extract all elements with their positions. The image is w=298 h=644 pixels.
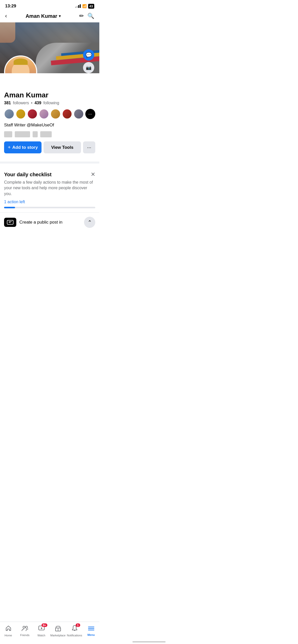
status-time: 13:29 <box>5 4 16 9</box>
action-buttons-row: + Add to story View Tools ··· <box>4 141 95 153</box>
friend-avatar-6[interactable] <box>62 109 72 119</box>
checklist-title: Your daily checklist <box>4 172 51 178</box>
friend-avatar-3[interactable] <box>27 109 37 119</box>
checklist-header: Your daily checklist ✕ <box>4 172 95 178</box>
checklist-close-button[interactable]: ✕ <box>91 172 95 177</box>
profile-name: Aman Kumar <box>4 91 95 99</box>
header-title-area[interactable]: Aman Kumar ▾ <box>25 13 60 19</box>
checklist-progress-fill <box>4 207 15 208</box>
profile-picture-wrapper: 📷 <box>4 55 37 73</box>
social-link-4 <box>40 131 52 137</box>
profile-stats: 381 followers • 439 following <box>4 101 95 105</box>
more-friends-button[interactable]: ··· <box>85 109 95 119</box>
social-links-row <box>4 131 95 137</box>
create-post-text: Create a public post in <box>19 220 81 225</box>
create-post-section: Create a public post in ⌃ <box>0 212 99 232</box>
svg-rect-2 <box>9 222 11 223</box>
followers-label[interactable]: followers <box>13 101 29 105</box>
signal-icon <box>75 4 81 8</box>
status-icons: 📶 43 <box>75 4 94 9</box>
status-bar: 13:29 📶 43 <box>0 0 99 11</box>
friend-avatar-2[interactable] <box>16 109 26 119</box>
create-post-icon <box>4 218 16 227</box>
add-story-plus-icon: + <box>8 144 11 150</box>
svg-rect-1 <box>9 221 12 222</box>
following-count: 439 <box>34 101 41 105</box>
social-link-1 <box>4 131 12 137</box>
friend-avatar-4[interactable] <box>39 109 49 119</box>
daily-checklist-section: Your daily checklist ✕ Complete a few da… <box>0 168 99 208</box>
header-actions: ✏ 🔍 <box>79 13 94 19</box>
social-link-3 <box>33 131 38 137</box>
profile-info-section: Aman Kumar 381 followers • 439 following… <box>0 73 99 157</box>
friend-avatar-5[interactable] <box>50 109 61 119</box>
checklist-description: Complete a few daily actions to make the… <box>4 180 95 197</box>
stat-separator: • <box>31 101 33 105</box>
edit-icon[interactable]: ✏ <box>79 13 84 19</box>
checklist-action-count[interactable]: 1 action left <box>4 200 95 204</box>
create-post-action-button[interactable]: ⌃ <box>84 217 95 228</box>
wifi-icon: 📶 <box>82 4 87 8</box>
cover-photo: 📷 💬 📷 <box>0 22 99 73</box>
checklist-progress-bar <box>4 207 95 208</box>
social-link-2 <box>15 131 30 137</box>
section-divider <box>0 162 99 164</box>
friend-avatar-1[interactable] <box>4 109 14 119</box>
profile-header: ‹ Aman Kumar ▾ ✏ 🔍 <box>0 11 99 22</box>
cover-camera-button[interactable]: 📷 <box>83 62 94 73</box>
messenger-button[interactable]: 💬 <box>83 49 94 61</box>
dropdown-arrow-icon: ▾ <box>59 14 61 18</box>
cover-hand <box>0 22 15 43</box>
friend-avatars-row: ··· <box>4 109 95 119</box>
friend-avatar-7[interactable] <box>74 109 84 119</box>
followers-count: 381 <box>4 101 11 105</box>
add-to-story-label: Add to story <box>12 145 38 150</box>
following-label[interactable]: following <box>43 101 59 105</box>
profile-bio: Staff Writer @MakeUseOf <box>4 123 95 128</box>
back-button[interactable]: ‹ <box>5 13 7 19</box>
battery-icon: 43 <box>88 4 94 9</box>
more-options-button[interactable]: ··· <box>83 141 95 153</box>
view-tools-button[interactable]: View Tools <box>44 141 81 153</box>
header-profile-name: Aman Kumar <box>25 13 57 19</box>
profile-face-art <box>5 56 36 73</box>
search-icon[interactable]: 🔍 <box>87 13 94 19</box>
profile-picture[interactable] <box>4 55 37 73</box>
add-to-story-button[interactable]: + Add to story <box>4 141 42 153</box>
